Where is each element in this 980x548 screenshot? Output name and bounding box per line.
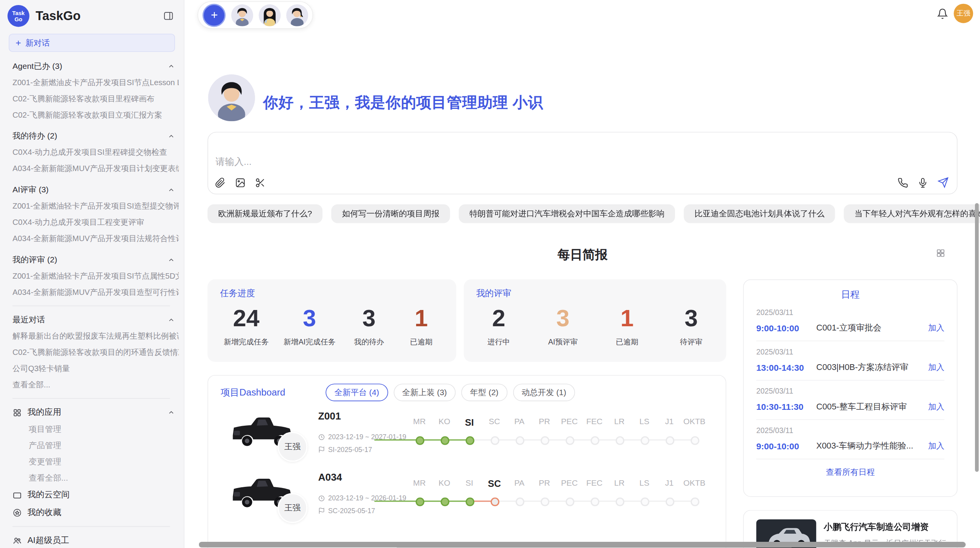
section-my-todo[interactable]: 我的待办 (2) — [12, 127, 179, 144]
vertical-scrollbar[interactable] — [975, 203, 979, 472]
milestone-node — [690, 497, 699, 506]
join-button[interactable]: 加入 — [928, 401, 944, 413]
new-chat-button[interactable]: + 新对话 — [9, 34, 175, 52]
sidebar-item-cloud-space[interactable]: 我的云空间 — [12, 486, 179, 503]
list-item[interactable]: C02-飞腾新能源轻客改款项目里程碑画布 — [12, 91, 179, 107]
dashboard-title: 项目Dashboard — [221, 387, 326, 399]
schedule-event: 2025/03/11 9:00-10:00 C001-立项审批会 加入 — [756, 302, 944, 341]
sidebar-header: Task Go TaskGo — [0, 0, 184, 27]
tab-new-body[interactable]: 全新上装 (3) — [394, 384, 456, 401]
list-item[interactable]: A034-全新新能源MUV产品开发项目法规符合性评审 — [12, 231, 179, 247]
milestone-node — [641, 436, 649, 445]
stat-value: 3 — [303, 304, 316, 332]
tab-powertrain[interactable]: 动总开发 (1) — [513, 384, 575, 401]
divider — [12, 526, 170, 527]
stat-pending-review: 3 待评审 — [672, 304, 710, 347]
list-item[interactable]: Z001-全新燃油轻卡产品开发项目SI造型提交物评审 — [12, 198, 179, 214]
list-item[interactable]: 公司Q3轻卡销量 — [12, 361, 179, 377]
milestone-node — [491, 436, 500, 445]
list-item[interactable]: 解释最新出台的欧盟报废车法规再生塑料比例被调至15%... — [12, 328, 179, 344]
chat-input-box — [207, 132, 958, 194]
assistant-avatar — [208, 74, 255, 121]
chevron-up-icon[interactable] — [168, 132, 175, 140]
milestone-track: MR KO SI SC PA PR PEC FEC LR LS J1 OKTB — [407, 404, 707, 466]
horizontal-scrollbar[interactable] — [199, 542, 966, 548]
project-row[interactable]: 王强 A034 2023-12-19 ~ 2026-01-19 SC-2025-… — [208, 466, 726, 527]
image-icon[interactable] — [235, 178, 245, 188]
join-button[interactable]: 加入 — [928, 362, 944, 373]
layout-grid-icon[interactable] — [935, 248, 946, 258]
sidebar-item-change-mgmt[interactable]: 变更管理 — [12, 454, 179, 470]
section-ai-review[interactable]: AI评审 (3) — [12, 181, 179, 198]
suggestion-chip[interactable]: 如何写一份清晰的项目周报 — [331, 204, 450, 223]
sidebar-list: Agent已办 (3) Z001-全新燃油皮卡产品开发项目SI节点Lesson … — [0, 52, 184, 548]
milestone-label: PEC — [557, 478, 582, 488]
view-all-link[interactable]: 查看全部... — [12, 470, 179, 486]
agent-avatar-3[interactable] — [286, 4, 308, 26]
mic-icon[interactable] — [918, 177, 928, 188]
suggestion-chip[interactable]: 当下年轻人对汽车外观有怎样的喜好趋势 — [844, 204, 980, 223]
divider — [12, 398, 170, 399]
schedule-event: 2025/03/11 13:00-14:30 C003|H0B-方案冻结评审 加… — [756, 341, 944, 381]
milestone-label: LS — [632, 478, 657, 488]
list-item[interactable]: C02-飞腾新能源轻客改款项目立项汇报方案 — [12, 107, 179, 123]
suggestion-chip[interactable]: 欧洲新规最近颁布了什么? — [207, 204, 323, 223]
sidebar-item-favorites[interactable]: 我的收藏 — [12, 504, 179, 521]
attach-icon[interactable] — [215, 178, 225, 188]
sidebar-item-my-apps[interactable]: 我的应用 — [12, 404, 179, 421]
milestone-label: PEC — [557, 417, 582, 427]
suggestion-chip[interactable]: 特朗普可能对进口汽车增税会对中国车企造成哪些影响 — [459, 204, 675, 223]
list-item[interactable]: A034-全新新能源MUV产品开发项目造型可行性评审 — [12, 284, 179, 301]
tab-new-platform[interactable]: 全新平台 (4) — [326, 384, 388, 401]
sidebar-item-project-mgmt[interactable]: 项目管理 — [12, 421, 179, 437]
sidebar-item-ai-employee[interactable]: AI超级员工 — [12, 532, 179, 548]
section-title: Agent已办 (3) — [12, 60, 62, 72]
stat-in-progress: 2 进行中 — [480, 304, 517, 347]
section-recent-chats[interactable]: 最近对话 — [12, 311, 179, 328]
section-my-review[interactable]: 我的评审 (2) — [12, 251, 179, 268]
sidebar-item-product-mgmt[interactable]: 产品管理 — [12, 437, 179, 454]
section-agent-done[interactable]: Agent已办 (3) — [12, 58, 179, 75]
list-item[interactable]: C02-飞腾新能源轻客改款项目的闭环通告反馈情况 — [12, 344, 179, 361]
phone-icon[interactable] — [898, 177, 908, 188]
schedule-title: 日程 — [756, 289, 944, 301]
view-all-link[interactable]: 查看全部... — [12, 377, 179, 393]
notification-bell-icon[interactable] — [937, 8, 948, 19]
scissors-icon[interactable] — [255, 178, 266, 188]
my-review-card: 我的评审 2 进行中 3 AI预评审 1 已逾期 3 待评审 — [464, 279, 726, 362]
suggestion-chip[interactable]: 比亚迪全固态电池计划具体说了什么 — [684, 204, 835, 223]
chevron-up-icon[interactable] — [168, 316, 175, 323]
list-item[interactable]: Z001-全新燃油皮卡产品开发项目SI节点Lesson Learn报告 — [12, 74, 179, 91]
schedule-event: 2025/03/11 9:00-10:00 X003-车辆动力学性能验... 加… — [756, 420, 944, 459]
view-all-schedule-link[interactable]: 查看所有日程 — [756, 459, 944, 486]
agent-avatar-1[interactable] — [231, 4, 253, 26]
event-date: 2025/03/11 — [756, 387, 944, 396]
milestone-label: SC — [482, 417, 507, 427]
sidebar: Task Go TaskGo + 新对话 Agent已办 (3) Z001-全新… — [0, 0, 184, 548]
tab-year-model[interactable]: 年型 (2) — [461, 384, 507, 401]
milestone-label: OKTB — [682, 417, 707, 427]
list-item[interactable]: C0X4-动力总成开发项目SI里程碑提交物检查 — [12, 144, 179, 161]
join-button[interactable]: 加入 — [928, 322, 944, 334]
list-item[interactable]: Z001-全新燃油轻卡产品开发项目SI节点属性5D文件评审 — [12, 268, 179, 284]
chevron-up-icon[interactable] — [168, 409, 175, 416]
send-icon[interactable] — [937, 177, 949, 188]
agent-avatar-2[interactable] — [259, 4, 281, 26]
chat-input[interactable] — [208, 132, 957, 171]
milestone-label: OKTB — [682, 478, 707, 488]
milestone-node — [591, 436, 600, 445]
milestone-track: MR KO SI SC PA PR PEC FEC LR LS J1 OKTB — [407, 466, 707, 527]
stat-label: 新增完成任务 — [224, 337, 269, 347]
clock-icon — [318, 433, 325, 440]
user-avatar[interactable]: 王强 — [954, 4, 973, 23]
join-button[interactable]: 加入 — [928, 440, 944, 452]
list-item[interactable]: A034-全新新能源MUV产品开发项目计划变更表编写 — [12, 161, 179, 177]
chevron-up-icon[interactable] — [168, 62, 175, 70]
schedule-event: 2025/03/11 10:30-11:30 C005-整车工程目标评审 加入 — [756, 380, 944, 420]
chevron-up-icon[interactable] — [168, 186, 175, 193]
chevron-up-icon[interactable] — [168, 256, 175, 263]
list-item[interactable]: C0X4-动力总成开发项目工程变更评审 — [12, 214, 179, 231]
project-row[interactable]: 王强 Z001 2023-12-19 ~ 2027-01-19 SI-2025-… — [208, 404, 726, 466]
add-agent-button[interactable] — [202, 3, 226, 27]
sidebar-collapse-icon[interactable] — [163, 10, 173, 21]
